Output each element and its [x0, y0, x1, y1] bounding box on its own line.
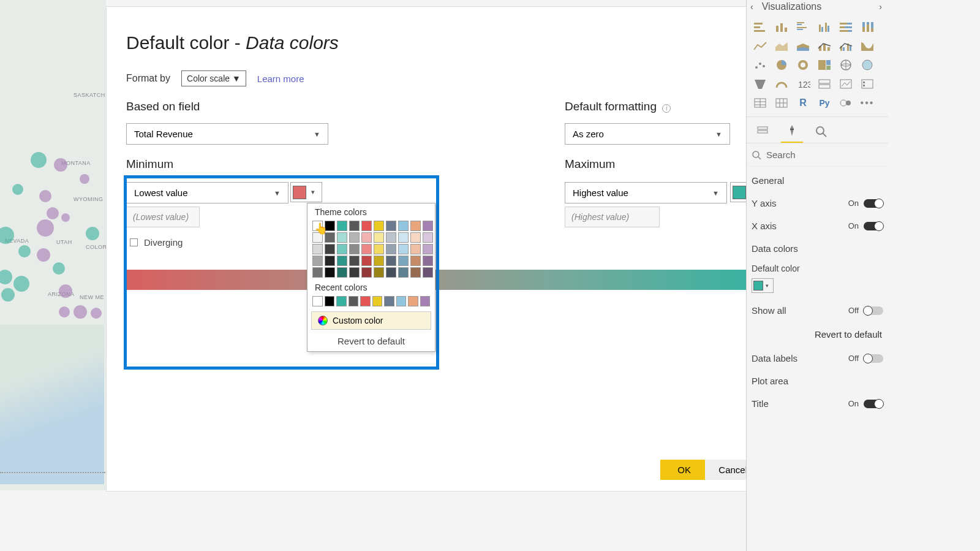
python-visual-icon[interactable]: Py: [816, 96, 833, 110]
data-labels-toggle[interactable]: [864, 354, 883, 363]
theme-color-swatch[interactable]: [361, 244, 372, 254]
scatter-chart-icon[interactable]: [752, 58, 769, 72]
theme-color-swatch[interactable]: [398, 232, 409, 243]
y-axis-item[interactable]: Y axis On: [747, 192, 888, 215]
format-tab-icon[interactable]: [781, 122, 803, 143]
recent-color-swatch[interactable]: [372, 296, 383, 306]
maximum-dropdown[interactable]: Highest value ▼: [565, 182, 727, 203]
slicer-icon[interactable]: [859, 77, 876, 91]
theme-color-swatch[interactable]: [349, 244, 360, 254]
theme-color-swatch[interactable]: [361, 267, 372, 278]
theme-color-swatch[interactable]: [349, 232, 360, 243]
theme-color-swatch[interactable]: [349, 267, 360, 278]
line-chart-icon[interactable]: [752, 39, 769, 53]
theme-color-swatch[interactable]: [325, 267, 335, 278]
revert-to-default-button[interactable]: Revert to default: [307, 331, 435, 351]
map-icon[interactable]: [837, 58, 854, 72]
theme-color-swatch[interactable]: [423, 221, 433, 231]
title-toggle[interactable]: [864, 400, 883, 408]
table-icon[interactable]: [752, 96, 769, 110]
theme-color-swatch[interactable]: [423, 267, 433, 278]
info-icon[interactable]: i: [662, 104, 671, 113]
theme-color-swatch[interactable]: [386, 244, 396, 254]
clustered-bar-icon[interactable]: [794, 20, 812, 34]
donut-chart-icon[interactable]: [794, 58, 812, 72]
theme-color-swatch[interactable]: [410, 267, 421, 278]
theme-color-swatch[interactable]: [361, 221, 372, 231]
multi-row-card-icon[interactable]: [816, 77, 833, 91]
key-influencers-icon[interactable]: [837, 96, 854, 110]
theme-color-swatch[interactable]: [398, 221, 409, 231]
theme-color-swatch[interactable]: [337, 232, 347, 243]
clustered-column-icon[interactable]: [816, 20, 833, 34]
x-axis-item[interactable]: X axis On: [747, 215, 888, 237]
pie-chart-icon[interactable]: [773, 58, 790, 72]
minimum-input[interactable]: (Lowest value): [126, 207, 200, 227]
theme-color-swatch[interactable]: [337, 221, 347, 231]
panel-collapse-icon[interactable]: ‹: [750, 2, 753, 12]
fields-tab-icon[interactable]: [752, 122, 774, 143]
theme-color-swatch[interactable]: [325, 244, 335, 254]
line-clustered-column-icon[interactable]: [837, 39, 854, 53]
stacked-column-icon[interactable]: [773, 20, 790, 34]
diverging-checkbox[interactable]: [130, 238, 138, 246]
100-stacked-bar-icon[interactable]: [837, 20, 854, 34]
theme-color-swatch[interactable]: [312, 267, 323, 278]
theme-color-swatch[interactable]: [312, 244, 323, 254]
funnel-icon[interactable]: [752, 77, 769, 91]
theme-color-swatch[interactable]: [386, 232, 396, 243]
learn-more-link[interactable]: Learn more: [257, 74, 304, 84]
stacked-area-icon[interactable]: [794, 39, 812, 53]
theme-color-swatch[interactable]: [349, 256, 360, 266]
theme-color-swatch[interactable]: [337, 267, 347, 278]
default-color-dropdown[interactable]: ▾: [752, 278, 774, 293]
analytics-tab-icon[interactable]: [810, 122, 832, 143]
recent-color-swatch[interactable]: [408, 296, 418, 306]
x-axis-toggle[interactable]: [864, 222, 883, 230]
search-row[interactable]: Search: [747, 143, 888, 167]
theme-color-swatch[interactable]: [423, 256, 433, 266]
card-icon[interactable]: 123: [794, 77, 812, 91]
based-on-field-dropdown[interactable]: Total Revenue ▼: [126, 123, 328, 145]
theme-color-swatch[interactable]: [386, 221, 396, 231]
recent-color-swatch[interactable]: [384, 296, 394, 306]
data-labels-item[interactable]: Data labels Off: [747, 347, 888, 370]
default-formatting-dropdown[interactable]: As zero ▼: [565, 123, 730, 145]
filled-map-icon[interactable]: [859, 58, 876, 72]
treemap-icon[interactable]: [816, 58, 833, 72]
ribbon-chart-icon[interactable]: [859, 39, 876, 53]
r-visual-icon[interactable]: R: [794, 96, 812, 110]
recent-color-swatch[interactable]: [336, 296, 347, 306]
revert-to-default-link[interactable]: Revert to default: [747, 322, 888, 347]
theme-color-swatch[interactable]: [325, 256, 335, 266]
plot-area-item[interactable]: Plot area: [747, 370, 888, 392]
recent-color-swatch[interactable]: [325, 296, 335, 306]
recent-color-swatch[interactable]: [360, 296, 371, 306]
theme-color-swatch[interactable]: [410, 256, 421, 266]
theme-color-swatch[interactable]: [410, 244, 421, 254]
theme-color-swatch[interactable]: [374, 256, 384, 266]
maximum-input[interactable]: (Highest value): [565, 207, 660, 227]
stacked-bar-icon[interactable]: [752, 20, 769, 34]
y-axis-toggle[interactable]: [864, 199, 883, 208]
100-stacked-column-icon[interactable]: [859, 20, 876, 34]
format-by-select[interactable]: Color scale ▼: [181, 70, 246, 86]
area-chart-icon[interactable]: [773, 39, 790, 53]
theme-color-swatch[interactable]: [374, 244, 384, 254]
recent-color-swatch[interactable]: [349, 296, 359, 306]
theme-color-swatch[interactable]: [398, 256, 409, 266]
show-all-toggle[interactable]: [864, 306, 883, 315]
theme-color-swatch[interactable]: [410, 221, 421, 231]
ok-button[interactable]: OK: [660, 460, 708, 480]
gauge-icon[interactable]: [773, 77, 790, 91]
theme-color-swatch[interactable]: [312, 256, 323, 266]
theme-color-swatch[interactable]: [398, 244, 409, 254]
recent-color-swatch[interactable]: [312, 296, 323, 306]
minimum-dropdown[interactable]: Lowest value ▼: [126, 182, 288, 203]
theme-color-swatch[interactable]: [423, 232, 433, 243]
kpi-icon[interactable]: [837, 77, 854, 91]
theme-color-swatch[interactable]: [374, 232, 384, 243]
title-item[interactable]: Title On: [747, 392, 888, 415]
theme-color-swatch[interactable]: [374, 221, 384, 231]
line-stacked-column-icon[interactable]: [816, 39, 833, 53]
